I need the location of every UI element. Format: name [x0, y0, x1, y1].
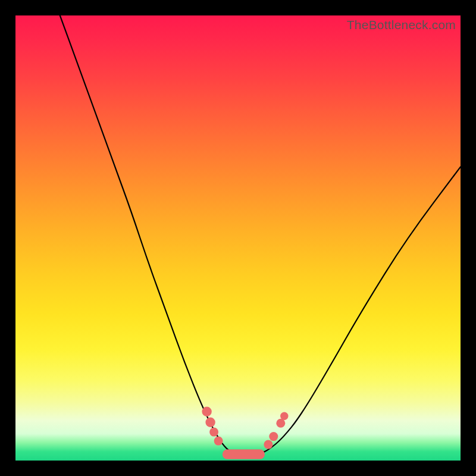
- marker-dot: [214, 437, 223, 446]
- marker-dot: [209, 428, 218, 437]
- curve-path: [60, 15, 461, 455]
- trough-bar: [223, 449, 265, 459]
- marker-dot: [264, 440, 273, 449]
- chart-frame: TheBottleneck.com: [0, 0, 476, 476]
- bottleneck-curve: [15, 15, 461, 461]
- attribution-text: TheBottleneck.com: [347, 18, 456, 32]
- marker-cluster: [202, 407, 288, 459]
- chart-plot-area: TheBottleneck.com: [15, 15, 461, 461]
- marker-dot: [202, 407, 211, 416]
- marker-dot: [280, 412, 288, 420]
- marker-dot: [276, 419, 285, 428]
- marker-dot: [269, 432, 278, 441]
- marker-dot: [205, 418, 215, 427]
